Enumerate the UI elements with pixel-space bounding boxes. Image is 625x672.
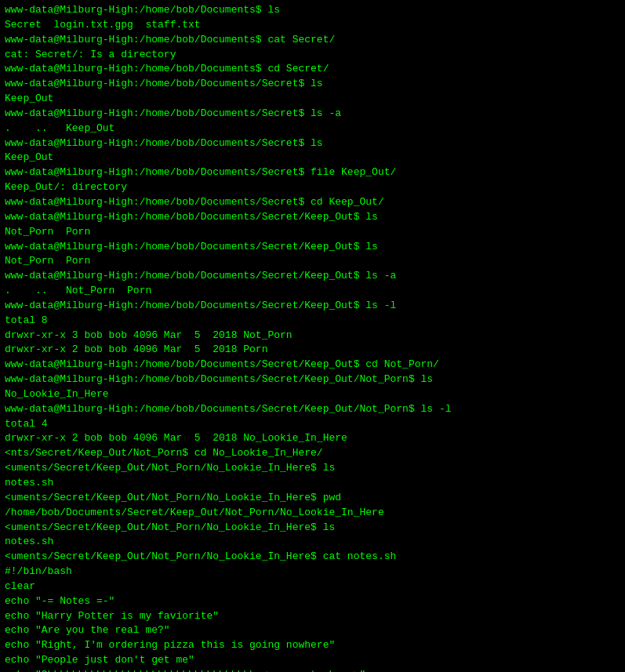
terminal-line: cat: Secret/: Is a directory (5, 48, 620, 63)
terminal-line: www-data@Milburg-High:/home/bob/Document… (5, 62, 620, 77)
terminal-line: total 8 (5, 314, 620, 329)
terminal-line: Not_Porn Porn (5, 254, 620, 269)
terminal-line: www-data@Milburg-High:/home/bob/Document… (5, 165, 620, 180)
terminal-line: www-data@Milburg-High:/home/bob/Document… (5, 240, 620, 255)
terminal-line: www-data@Milburg-High:/home/bob/Document… (5, 136, 620, 151)
terminal-line: notes.sh (5, 476, 620, 491)
terminal-line: total 4 (5, 417, 620, 432)
terminal-line: Keep_Out (5, 92, 620, 107)
terminal-line: www-data@Milburg-High:/home/bob/Document… (5, 33, 620, 48)
terminal-line: <uments/Secret/Keep_Out/Not_Porn/No_Look… (5, 550, 620, 565)
terminal-line: Keep_Out/: directory (5, 180, 620, 195)
terminal-line: <uments/Secret/Keep_Out/Not_Porn/No_Look… (5, 491, 620, 506)
terminal-line: echo "Right, I'm ordering pizza this is … (5, 638, 620, 653)
terminal-line: echo "Are you the real me?" (5, 623, 620, 638)
terminal-line: Secret login.txt.gpg staff.txt (5, 18, 620, 33)
terminal-line: drwxr-xr-x 2 bob bob 4096 Mar 5 2018 No_… (5, 431, 620, 446)
terminal-line: Not_Porn Porn (5, 225, 620, 240)
terminal-line: www-data@Milburg-High:/home/bob/Document… (5, 299, 620, 314)
terminal-output: www-data@Milburg-High:/home/bob/Document… (5, 3, 620, 672)
terminal-line: /home/bob/Documents/Secret/Keep_Out/Not_… (5, 506, 620, 521)
terminal-line: clear (5, 579, 620, 594)
terminal-line: www-data@Milburg-High:/home/bob/Document… (5, 107, 620, 122)
terminal-line: No_Lookie_In_Here (5, 387, 620, 402)
terminal-line: <uments/Secret/Keep_Out/Not_Porn/No_Look… (5, 521, 620, 536)
terminal-line: echo "Ohhhhhhhhhhhhhhhhhhhhhhhhhhhhhhhhh… (5, 668, 620, 672)
terminal-line: notes.sh (5, 535, 620, 550)
terminal-line: www-data@Milburg-High:/home/bob/Document… (5, 402, 620, 417)
terminal-line: echo "Harry Potter is my faviorite" (5, 609, 620, 624)
terminal-line: drwxr-xr-x 3 bob bob 4096 Mar 5 2018 Not… (5, 329, 620, 343)
terminal-line: www-data@Milburg-High:/home/bob/Document… (5, 358, 620, 372)
terminal-line: www-data@Milburg-High:/home/bob/Document… (5, 77, 620, 92)
terminal-line: www-data@Milburg-High:/home/bob/Document… (5, 372, 620, 387)
terminal-line: www-data@Milburg-High:/home/bob/Document… (5, 210, 620, 225)
terminal-line: www-data@Milburg-High:/home/bob/Document… (5, 269, 620, 284)
terminal-line: #!/bin/bash (5, 565, 620, 579)
terminal-line: www-data@Milburg-High:/home/bob/Document… (5, 195, 620, 210)
terminal-line: echo "People just don't get me" (5, 653, 620, 668)
terminal-line: www-data@Milburg-High:/home/bob/Document… (5, 3, 620, 18)
terminal-line: echo "-= Notes =-" (5, 594, 620, 609)
terminal-line: . .. Keep_Out (5, 122, 620, 136)
terminal-line: <nts/Secret/Keep_Out/Not_Porn$ cd No_Loo… (5, 446, 620, 461)
terminal-line: Keep_Out (5, 151, 620, 165)
terminal-line: drwxr-xr-x 2 bob bob 4096 Mar 5 2018 Por… (5, 343, 620, 358)
terminal-line: . .. Not_Porn Porn (5, 284, 620, 299)
terminal-line: <uments/Secret/Keep_Out/Not_Porn/No_Look… (5, 461, 620, 476)
